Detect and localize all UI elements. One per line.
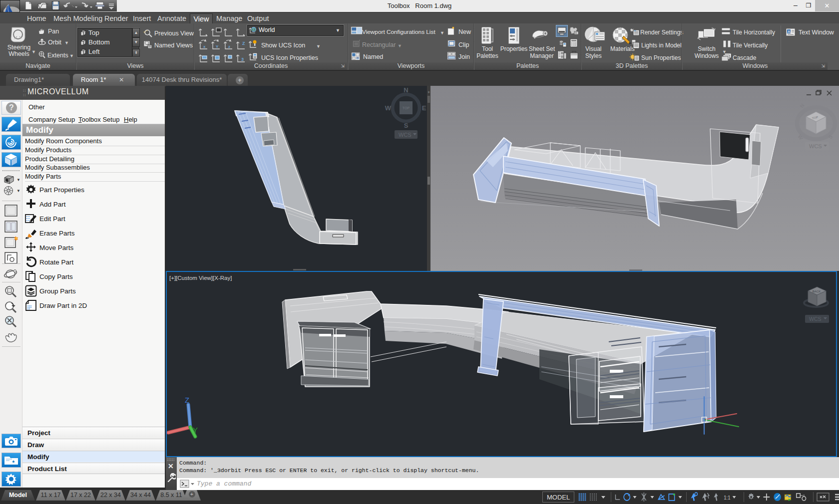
svg-text:3: 3 bbox=[241, 57, 244, 62]
svg-text:Z: Z bbox=[242, 41, 245, 46]
svg-text:N: N bbox=[799, 103, 806, 109]
svg-text:N: N bbox=[404, 86, 408, 94]
svg-text:WCS: WCS bbox=[809, 143, 822, 149]
svg-text:E: E bbox=[422, 104, 426, 112]
svg-text:WCS: WCS bbox=[399, 132, 412, 138]
svg-text:WCS: WCS bbox=[809, 316, 822, 322]
svg-text:W: W bbox=[385, 104, 392, 112]
svg-text:TOP: TOP bbox=[403, 106, 410, 110]
svg-text:S: S bbox=[404, 122, 409, 129]
svg-text:Y: Y bbox=[193, 426, 198, 434]
svg-text:A: A bbox=[788, 29, 791, 34]
svg-text:1:1: 1:1 bbox=[724, 495, 731, 501]
svg-text:BACK: BACK bbox=[813, 290, 821, 293]
svg-text:Z: Z bbox=[185, 396, 189, 404]
svg-text:x: x bbox=[203, 44, 206, 49]
svg-text:z: z bbox=[228, 44, 230, 49]
svg-text:Y: Y bbox=[216, 44, 219, 49]
